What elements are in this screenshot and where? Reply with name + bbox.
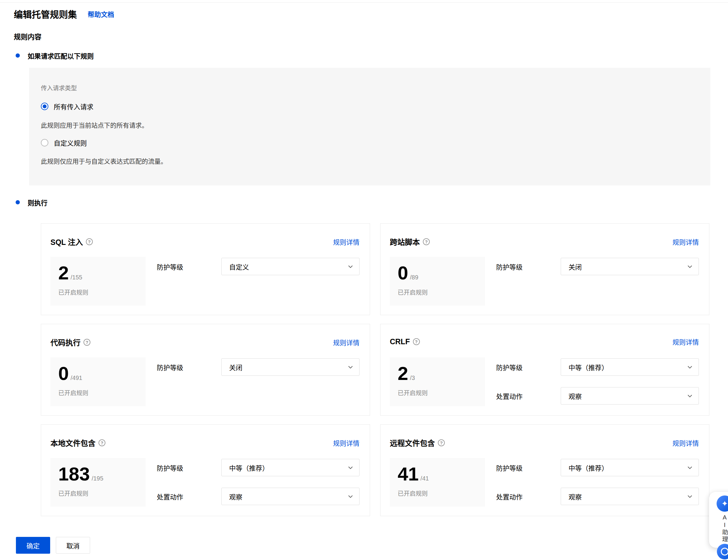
help-icon[interactable] — [438, 439, 445, 446]
total-count: /491 — [71, 374, 82, 381]
enabled-rules-stat: 183 /195 已开启规则 — [50, 458, 146, 507]
enabled-rules-label: 已开启规则 — [398, 288, 477, 296]
chevron-down-icon — [347, 493, 354, 500]
radio-all-incoming-requests[interactable]: 所有传入请求 — [41, 101, 93, 111]
enabled-count: 2 — [58, 264, 69, 282]
rule-card-xss: 跨站脚本 规则详情 0 /89 已开启规则 防护等级 关闭 — [380, 223, 709, 315]
action-label: 处置动作 — [496, 492, 561, 501]
total-count: /89 — [410, 274, 418, 281]
radio-description: 此规则应用于当前站点下的所有请求。 — [41, 120, 148, 129]
protection-level-select[interactable]: 中等（推荐） — [221, 459, 359, 476]
action-select[interactable]: 观察 — [561, 488, 699, 505]
protection-level-select[interactable]: 自定义 — [221, 258, 359, 275]
protection-level-select[interactable]: 中等（推荐） — [561, 358, 699, 376]
rule-details-link[interactable]: 规则详情 — [672, 237, 699, 247]
radio-description: 此规则仅应用于与自定义表达式匹配的流量。 — [41, 156, 167, 165]
action-label: 处置动作 — [157, 492, 221, 501]
radio-icon — [41, 103, 48, 110]
radio-custom-rules[interactable]: 自定义规则 — [41, 138, 87, 147]
enabled-rules-label: 已开启规则 — [398, 489, 477, 498]
request-type-panel: 传入请求类型 所有传入请求 此规则应用于当前站点下的所有请求。 自定义规则 此规… — [29, 68, 710, 186]
rule-card-local-file-inclusion: 本地文件包含 规则详情 183 /195 已开启规则 防护等级 中等（推荐） — [41, 424, 370, 516]
select-value: 中等（推荐） — [229, 463, 269, 472]
service-button[interactable] — [717, 544, 728, 559]
help-icon[interactable] — [423, 238, 430, 245]
rule-card-title: 代码执行 — [50, 337, 80, 347]
rules-grid: SQL 注入 规则详情 2 /155 已开启规则 防护等级 自定义 — [41, 223, 709, 516]
action-select[interactable]: 观察 — [221, 488, 359, 505]
protection-level-label: 防护等级 — [157, 262, 221, 271]
ai-assistant-label: AI助理 — [722, 514, 728, 543]
footer-actions: 确定 取消 — [16, 537, 90, 554]
cancel-button[interactable]: 取消 — [56, 537, 90, 554]
radio-label: 所有传入请求 — [54, 101, 93, 111]
bullet-dot-icon — [16, 53, 20, 58]
enabled-rules-label: 已开启规则 — [58, 288, 138, 296]
rule-card-sql-injection: SQL 注入 规则详情 2 /155 已开启规则 防护等级 自定义 — [41, 223, 370, 315]
rule-details-link[interactable]: 规则详情 — [672, 337, 699, 346]
rule-card-title: 远程文件包含 — [390, 437, 435, 448]
help-icon[interactable] — [99, 439, 105, 446]
chevron-down-icon — [347, 464, 354, 471]
radio-label: 自定义规则 — [54, 138, 87, 147]
confirm-button[interactable]: 确定 — [16, 537, 50, 554]
enabled-count: 41 — [398, 465, 419, 483]
chevron-down-icon — [347, 263, 354, 270]
select-value: 关闭 — [569, 262, 582, 271]
enabled-rules-stat: 0 /89 已开启规则 — [390, 257, 485, 305]
action-label: 处置动作 — [496, 391, 561, 401]
rule-card-code-execution: 代码执行 规则详情 0 /491 已开启规则 防护等级 关闭 — [41, 324, 370, 416]
enabled-rules-label: 已开启规则 — [58, 388, 138, 397]
protection-level-label: 防护等级 — [496, 362, 561, 372]
rule-card-title: SQL 注入 — [50, 236, 83, 247]
rule-details-link[interactable]: 规则详情 — [672, 438, 699, 447]
rule-details-link[interactable]: 规则详情 — [333, 438, 359, 447]
condition-label: 如果请求匹配以下规则 — [28, 51, 94, 60]
action-section-header: 则执行 — [16, 198, 47, 207]
request-type-label: 传入请求类型 — [41, 83, 77, 92]
enabled-rules-label: 已开启规则 — [58, 489, 138, 498]
radio-icon — [41, 139, 48, 147]
card-header: 跨站脚本 规则详情 — [390, 236, 699, 247]
help-icon[interactable] — [83, 339, 90, 346]
chevron-down-icon — [687, 263, 693, 270]
card-header: SQL 注入 规则详情 — [50, 236, 359, 247]
condition-section-header: 如果请求匹配以下规则 — [16, 51, 94, 60]
protection-level-label: 防护等级 — [496, 463, 561, 472]
card-header: 本地文件包含 规则详情 — [50, 437, 359, 448]
chevron-down-icon — [687, 364, 693, 370]
action-select[interactable]: 观察 — [561, 387, 699, 404]
enabled-count: 0 — [58, 364, 69, 383]
total-count: /155 — [71, 274, 82, 281]
rule-card-title: CRLF — [390, 337, 410, 346]
bullet-dot-icon — [16, 200, 20, 204]
rule-card-title: 跨站脚本 — [390, 236, 420, 247]
rule-card-title: 本地文件包含 — [50, 437, 96, 448]
protection-level-select[interactable]: 中等（推荐） — [561, 459, 699, 476]
enabled-rules-stat: 2 /155 已开启规则 — [50, 257, 146, 305]
card-header: 代码执行 规则详情 — [50, 337, 359, 347]
enabled-count: 183 — [58, 465, 90, 483]
rule-details-link[interactable]: 规则详情 — [333, 337, 359, 347]
help-icon[interactable] — [86, 238, 93, 245]
card-header: CRLF 规则详情 — [390, 337, 699, 346]
protection-level-select[interactable]: 关闭 — [221, 358, 359, 376]
enabled-rules-stat: 41 /41 已开启规则 — [390, 458, 485, 507]
chevron-down-icon — [687, 464, 693, 471]
enabled-rules-stat: 0 /491 已开启规则 — [50, 357, 146, 406]
select-value: 观察 — [569, 391, 582, 401]
section-title-rule-content: 规则内容 — [14, 31, 41, 41]
protection-level-label: 防护等级 — [157, 463, 221, 472]
select-value: 关闭 — [229, 362, 242, 372]
protection-level-select[interactable]: 关闭 — [561, 258, 699, 275]
card-header: 远程文件包含 规则详情 — [390, 437, 699, 448]
rule-details-link[interactable]: 规则详情 — [333, 237, 359, 247]
select-value: 自定义 — [229, 262, 249, 271]
ai-assistant-widget[interactable]: ✦ AI助理 — [709, 492, 728, 548]
help-doc-link[interactable]: 帮助文档 — [88, 9, 114, 19]
rule-card-remote-file-inclusion: 远程文件包含 规则详情 41 /41 已开启规则 防护等级 中等（推荐） — [380, 424, 709, 516]
help-icon[interactable] — [413, 338, 420, 345]
page-header: 编辑托管规则集 帮助文档 — [14, 7, 114, 20]
rule-card-crlf: CRLF 规则详情 2 /3 已开启规则 防护等级 中等（推荐） — [380, 324, 709, 416]
enabled-count: 0 — [398, 264, 408, 282]
